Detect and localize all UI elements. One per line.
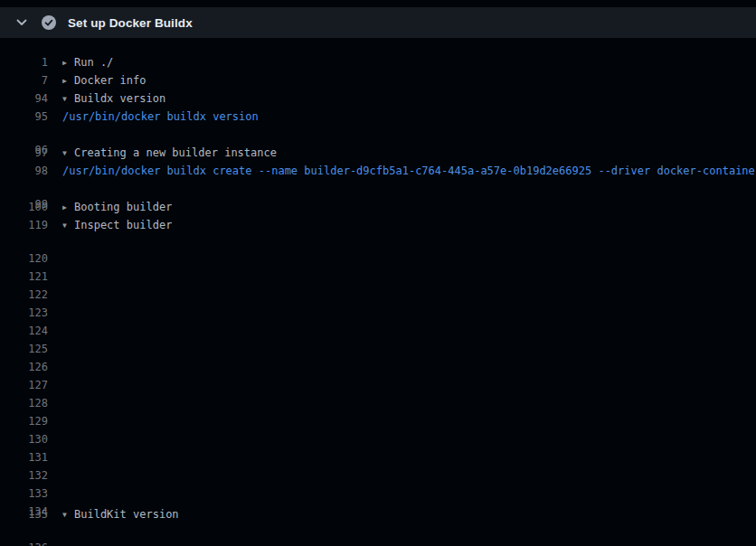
log-text: "buildkit": "v0.11.3", xyxy=(62,376,259,379)
log-text: "buildkitd-flags": "--allow-insecure-ent… xyxy=(62,358,756,361)
line-number[interactable]: 124 xyxy=(0,322,48,325)
log-text: ], xyxy=(62,430,102,433)
line-number[interactable]: 119 xyxy=(0,216,48,234)
line-number[interactable]: 131 xyxy=(0,448,48,451)
line-number[interactable]: 136 xyxy=(0,539,48,541)
step-header[interactable]: Set up Docker Buildx xyxy=(0,7,756,38)
log-text: "endpoint": "unix:///var/run/docker.sock… xyxy=(62,322,390,325)
line-number[interactable]: 120 xyxy=(0,249,48,252)
log-text: "name": "builder-d9cfb5a1-c764-445a-a57e… xyxy=(62,304,481,306)
line-number[interactable]: 1 xyxy=(0,53,48,71)
line-number[interactable]: 130 xyxy=(0,430,48,433)
log-group-line[interactable]: 7▶Docker info xyxy=(0,71,756,89)
group-title: Inspect builder xyxy=(74,219,172,231)
group-title: Buildx version xyxy=(74,92,165,105)
log-line: 133 "lastActivity": "2023-02-25T11:58:12… xyxy=(0,469,756,487)
line-number[interactable]: 128 xyxy=(0,394,48,397)
triangle-expanded-icon[interactable]: ▼ xyxy=(62,217,74,234)
actions-log-viewer: Set up Docker Buildx 1▶Run ./7▶Docker in… xyxy=(0,0,756,546)
log-text: "name": "builder-d9cfb5a1-c764-445a-a57e… xyxy=(62,448,449,451)
log-line: 121 "nodes": [ xyxy=(0,252,756,270)
line-number[interactable]: 100 xyxy=(0,198,48,216)
log-line: 98/usr/bin/docker buildx create --name b… xyxy=(0,162,756,180)
log-line: 122 { xyxy=(0,270,756,288)
log-line: 99builder-d9cfb5a1-c764-445a-a57e-0b19d2… xyxy=(0,180,756,198)
triangle-collapsed-icon[interactable]: ▶ xyxy=(62,72,74,89)
line-number[interactable]: 127 xyxy=(0,376,48,379)
log-text: "status": "running", xyxy=(62,340,246,343)
log-line: 130 ], xyxy=(0,415,756,433)
line-number[interactable]: 121 xyxy=(0,268,48,270)
line-number[interactable]: 125 xyxy=(0,340,48,343)
line-number[interactable]: 7 xyxy=(0,71,48,89)
log-line: 127 "buildkit": "v0.11.3", xyxy=(0,361,756,379)
log-line: 123 "name": "builder-d9cfb5a1-c764-445a-… xyxy=(0,288,756,306)
group-title: Docker info xyxy=(74,74,146,87)
log-group-line[interactable]: 94▼Buildx version xyxy=(0,89,756,108)
log-text: builder-d9cfb5a1-c764-445a-a57e-0b19d2e6… xyxy=(62,539,429,541)
log-text: } xyxy=(62,412,109,415)
line-number[interactable]: 95 xyxy=(0,108,48,126)
log-text: "platforms": "linux/amd64,linux/amd64/v2… xyxy=(62,394,645,397)
chevron-down-icon[interactable] xyxy=(14,15,29,30)
log-line: 132 "driver": "docker-container", xyxy=(0,451,756,469)
log-line: 134} xyxy=(0,487,756,505)
log-text: "lastActivity": "2023-02-25T11:58:12.000… xyxy=(62,485,364,487)
triangle-collapsed-icon[interactable]: ▶ xyxy=(62,54,74,71)
log-line: 125 "status": "running", xyxy=(0,325,756,343)
log-group-line[interactable]: 119▼Inspect builder xyxy=(0,216,756,234)
log-line: 136builder-d9cfb5a1-c764-445a-a57e-0b19d… xyxy=(0,523,756,541)
log-text: "nodes": [ xyxy=(62,268,155,270)
line-number[interactable]: 122 xyxy=(0,286,48,288)
line-number[interactable]: 135 xyxy=(0,505,48,523)
log-text: { xyxy=(62,286,109,288)
group-title: Creating a new builder instance xyxy=(74,146,277,159)
line-number[interactable]: 123 xyxy=(0,304,48,306)
command-text: /usr/bin/docker buildx version xyxy=(62,108,259,126)
log-line: 128 "platforms": "linux/amd64,linux/amd6… xyxy=(0,379,756,397)
line-number[interactable]: 97 xyxy=(0,144,48,162)
line-number[interactable]: 133 xyxy=(0,485,48,487)
group-title: BuildKit version xyxy=(74,508,179,521)
log-group-line[interactable]: 100▶Booting builder xyxy=(0,198,756,216)
line-number[interactable]: 94 xyxy=(0,89,48,108)
group-title: Run ./ xyxy=(74,56,113,69)
triangle-collapsed-icon[interactable]: ▶ xyxy=(62,199,74,216)
line-number[interactable]: 126 xyxy=(0,358,48,361)
group-title: Booting builder xyxy=(74,201,172,213)
triangle-expanded-icon[interactable]: ▼ xyxy=(62,506,74,523)
step-title: Set up Docker Buildx xyxy=(68,16,193,30)
log-line: 131 "name": "builder-d9cfb5a1-c764-445a-… xyxy=(0,433,756,451)
triangle-expanded-icon[interactable]: ▼ xyxy=(62,90,74,108)
log-text: { xyxy=(62,249,82,252)
line-number[interactable]: 129 xyxy=(0,412,48,415)
log-line: 124 "endpoint": "unix:///var/run/docker.… xyxy=(0,306,756,325)
log-text: "driver": "docker-container", xyxy=(62,466,279,469)
line-number[interactable]: 132 xyxy=(0,466,48,469)
log-line: 95/usr/bin/docker buildx version xyxy=(0,108,756,126)
check-circle-icon xyxy=(42,15,56,30)
log-group-line[interactable]: 1▶Run ./ xyxy=(0,53,756,71)
log-group-line[interactable]: 97▼Creating a new builder instance xyxy=(0,144,756,162)
log-line: 120{ xyxy=(0,234,756,252)
line-number[interactable]: 98 xyxy=(0,162,48,180)
log-group-line[interactable]: 135▼BuildKit version xyxy=(0,505,756,523)
log-output: 1▶Run ./7▶Docker info94▼Buildx version95… xyxy=(0,38,756,541)
log-line: 129 } xyxy=(0,397,756,415)
command-text: /usr/bin/docker buildx create --name bui… xyxy=(62,162,756,180)
triangle-expanded-icon[interactable]: ▼ xyxy=(62,145,74,162)
log-line: 126 "buildkitd-flags": "--allow-insecure… xyxy=(0,343,756,361)
log-line: 96github.com/docker/buildx 0.10.3+azure-… xyxy=(0,126,756,144)
